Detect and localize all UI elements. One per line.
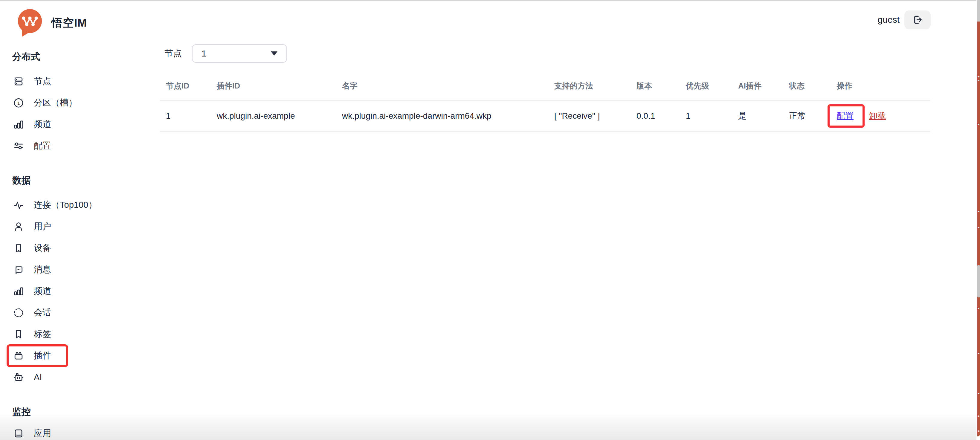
col-header-ai-plugin: AI插件 [732, 81, 783, 91]
sidebar-item-label: AI [34, 372, 42, 382]
col-header-priority: 优先级 [680, 81, 732, 91]
sidebar-item-label: 分区（槽） [34, 97, 77, 109]
cell-node-id: 1 [160, 111, 211, 121]
wukong-logo-icon [17, 8, 43, 38]
sidebar-item-nodes[interactable]: 节点 [0, 70, 75, 92]
chevron-down-icon [271, 51, 277, 56]
col-header-status: 状态 [783, 81, 831, 91]
section-title-data: 数据 [12, 174, 75, 187]
sidebar-item-partitions[interactable]: 1 分区（槽） [0, 92, 75, 114]
sidebar-item-apps[interactable]: 应用 [0, 423, 75, 440]
background-window-sliver [977, 0, 980, 440]
col-header-version: 版本 [630, 81, 680, 91]
sidebar-item-label: 应用 [34, 427, 51, 439]
cell-methods: [ "Receive" ] [548, 111, 630, 121]
sidebar-item-label: 标签 [34, 328, 51, 340]
background-window-edge [977, 22, 980, 437]
user-icon [13, 221, 24, 232]
scrollbar-thumb[interactable] [977, 265, 980, 297]
sidebar-item-label: 频道 [34, 118, 51, 130]
cell-status: 正常 [783, 110, 831, 122]
sidebar: 分布式 节点 1 分区（槽） [0, 50, 75, 440]
sidebar-item-channels-data[interactable]: 频道 [0, 280, 75, 302]
cell-priority: 1 [680, 111, 732, 121]
brand: 悟空IM [17, 8, 87, 38]
sidebar-item-config[interactable]: 配置 [0, 135, 75, 157]
col-header-name: 名字 [336, 81, 548, 91]
uninstall-link[interactable]: 卸载 [869, 110, 886, 122]
header-user-area: guest [878, 10, 931, 29]
app-title: 悟空IM [51, 16, 87, 30]
node-filter: 节点 1 [160, 44, 931, 63]
user-name: guest [878, 15, 900, 25]
circle-one-icon: 1 [13, 97, 24, 108]
node-select-value: 1 [202, 49, 206, 59]
sidebar-item-label: 用户 [34, 221, 51, 233]
col-header-node-id: 节点ID [160, 81, 211, 91]
sidebar-item-label: 频道 [34, 285, 51, 297]
sidebar-item-label: 设备 [34, 242, 51, 254]
sidebar-item-connections[interactable]: 连接（Top100） [0, 194, 75, 216]
bar-chart-icon [13, 119, 24, 130]
sidebar-item-messages[interactable]: 消息 [0, 259, 75, 280]
configure-link[interactable]: 配置 [837, 110, 854, 122]
message-icon [13, 264, 24, 275]
dashed-circle-icon [13, 307, 24, 318]
bar-chart-icon [13, 286, 24, 297]
sidebar-item-channels[interactable]: 频道 [0, 114, 75, 135]
sidebar-item-devices[interactable]: 设备 [0, 237, 75, 259]
bottom-fade [0, 413, 977, 440]
server-icon [13, 76, 24, 87]
plugin-icon [13, 350, 24, 361]
main-content: 节点 1 节点ID 插件ID 名字 支持的方法 版本 优先级 AI插件 状态 操… [160, 44, 931, 132]
sidebar-item-label: 连接（Top100） [34, 199, 97, 211]
col-header-methods: 支持的方法 [548, 81, 630, 91]
sidebar-item-tags[interactable]: 标签 [0, 323, 75, 345]
window-top-border [0, 0, 977, 1]
node-select-label: 节点 [164, 48, 182, 59]
table-row: 1 wk.plugin.ai-example wk.plugin.ai-exam… [160, 101, 931, 132]
logout-button[interactable] [904, 11, 931, 29]
scrollbar-track [977, 0, 980, 22]
bookmark-icon [13, 329, 24, 340]
sidebar-item-label: 插件 [34, 350, 51, 362]
cell-actions: 配置 卸载 [831, 110, 931, 122]
col-header-actions: 操作 [831, 81, 931, 91]
sidebar-item-users[interactable]: 用户 [0, 216, 75, 237]
plugins-table: 节点ID 插件ID 名字 支持的方法 版本 优先级 AI插件 状态 操作 1 w… [160, 72, 931, 132]
nav-list-data: 连接（Top100） 用户 设备 [0, 194, 75, 388]
cell-ai-plugin: 是 [732, 110, 783, 122]
activity-icon [13, 199, 24, 211]
sidebar-item-label: 配置 [34, 140, 51, 152]
table-header-row: 节点ID 插件ID 名字 支持的方法 版本 优先级 AI插件 状态 操作 [160, 72, 931, 101]
logout-icon [912, 14, 923, 26]
app-window-icon [13, 428, 24, 439]
svg-text:1: 1 [18, 101, 20, 105]
cell-version: 0.0.1 [630, 111, 680, 121]
sidebar-item-label: 会话 [34, 307, 51, 319]
nav-list-distributed: 节点 1 分区（槽） 频道 [0, 70, 75, 157]
robot-icon [13, 372, 24, 383]
device-icon [13, 242, 24, 254]
sidebar-item-ai[interactable]: AI [0, 367, 75, 388]
cell-name: wk.plugin.ai-example-darwin-arm64.wkp [336, 111, 548, 121]
section-title-distributed: 分布式 [12, 50, 75, 64]
sidebar-item-plugins[interactable]: 插件 [0, 345, 75, 367]
sidebar-item-label: 节点 [34, 75, 51, 87]
node-select[interactable]: 1 [192, 44, 287, 63]
sidebar-item-conversations[interactable]: 会话 [0, 302, 75, 323]
section-title-monitoring: 监控 [12, 405, 75, 418]
cell-plugin-id: wk.plugin.ai-example [211, 111, 336, 121]
nav-list-monitoring: 应用 [0, 423, 75, 440]
sliders-icon [13, 140, 24, 152]
col-header-plugin-id: 插件ID [211, 81, 336, 91]
sidebar-item-label: 消息 [34, 264, 51, 276]
